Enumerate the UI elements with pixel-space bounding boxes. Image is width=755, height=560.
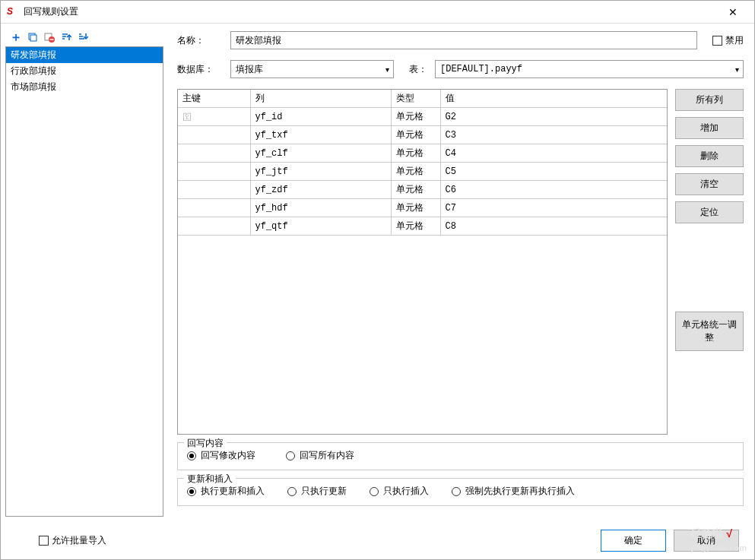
val-cell[interactable]: C8 (440, 217, 667, 236)
delete-row-button[interactable]: 删除 (675, 145, 744, 167)
col-cell[interactable]: yf_qtf (250, 217, 391, 236)
cancel-button[interactable]: 取消 (674, 530, 739, 552)
table-row[interactable]: yf_txf单元格C3 (178, 126, 667, 144)
table-row[interactable]: yf_hdf单元格C7 (178, 199, 667, 217)
key-cell[interactable] (178, 217, 250, 236)
name-label: 名称： (177, 34, 223, 47)
key-icon: ⚿ (182, 112, 192, 122)
table-row[interactable]: ⚿yf_id单元格G2 (178, 108, 667, 126)
name-row: 名称： 禁用 (177, 31, 744, 49)
update-insert-fieldset: 更新和插入 执行更新和插入 只执行更新 只执行插入 (177, 478, 744, 506)
val-cell[interactable]: C5 (440, 163, 667, 181)
key-cell[interactable] (178, 144, 250, 163)
val-cell[interactable]: G2 (440, 108, 667, 126)
type-cell[interactable]: 单元格 (391, 217, 440, 236)
add-row-button[interactable]: 增加 (675, 117, 744, 139)
key-cell[interactable] (178, 126, 250, 144)
db-row: 数据库： ▾ 表： ▾ (177, 60, 744, 78)
col-cell[interactable]: yf_clf (250, 144, 391, 163)
th-col[interactable]: 列 (250, 90, 391, 108)
col-cell[interactable]: yf_jtf (250, 163, 391, 181)
cell-adjust-button[interactable]: 单元格统一调整 (675, 312, 744, 351)
writeback-fieldset: 回写内容 回写修改内容 回写所有内容 (177, 442, 744, 470)
force-update-insert-radio[interactable]: 强制先执行更新再执行插入 (452, 485, 575, 498)
list-item[interactable]: 市场部填报 (6, 79, 163, 95)
table-row[interactable]: yf_zdf单元格C6 (178, 181, 667, 199)
table-select[interactable]: ▾ (435, 60, 744, 78)
th-key[interactable]: 主键 (178, 90, 250, 108)
type-cell[interactable]: 单元格 (391, 126, 440, 144)
clear-button[interactable]: 清空 (675, 173, 744, 195)
right-panel: 名称： 禁用 数据库： ▾ 表： ▾ (171, 28, 750, 517)
table-area: 主键 列 类型 值 ⚿yf_id单元格G2yf_txf单元格C3yf_clf单元… (177, 89, 744, 435)
all-columns-button[interactable]: 所有列 (675, 89, 744, 111)
update-insert-legend: 更新和插入 (184, 473, 236, 486)
insert-only-radio[interactable]: 只执行插入 (370, 485, 429, 498)
batch-import-checkbox[interactable]: 允许批量导入 (39, 534, 106, 547)
table-row[interactable]: yf_clf单元格C4 (178, 144, 667, 163)
type-cell[interactable]: 单元格 (391, 144, 440, 163)
update-only-radio[interactable]: 只执行更新 (287, 485, 347, 498)
writeback-all-radio[interactable]: 回写所有内容 (286, 449, 354, 462)
main-area: ＋ 研发部填报 行政部填报 市场部填报 (1, 24, 754, 521)
table-select-input[interactable] (435, 60, 744, 78)
val-cell[interactable]: C6 (440, 181, 667, 199)
db-select-input[interactable] (230, 60, 394, 78)
locate-button[interactable]: 定位 (675, 201, 744, 223)
val-cell[interactable]: C3 (440, 126, 667, 144)
left-panel: ＋ 研发部填报 行政部填报 市场部填报 (5, 28, 163, 517)
close-button[interactable]: ✕ (718, 2, 748, 23)
radio-icon (370, 487, 379, 496)
val-cell[interactable]: C4 (440, 144, 667, 163)
type-cell[interactable]: 单元格 (391, 108, 440, 126)
disabled-label: 禁用 (725, 34, 744, 47)
table-row[interactable]: yf_qtf单元格C8 (178, 217, 667, 236)
list-item[interactable]: 行政部填报 (6, 63, 163, 79)
radio-icon (187, 487, 196, 496)
writeback-modified-radio[interactable]: 回写修改内容 (187, 449, 255, 462)
rules-list[interactable]: 研发部填报 行政部填报 市场部填报 (5, 46, 163, 517)
th-val[interactable]: 值 (440, 90, 667, 108)
copy-rule-icon[interactable] (25, 30, 40, 45)
radio-label: 回写所有内容 (300, 449, 354, 462)
list-item[interactable]: 研发部填报 (6, 47, 163, 63)
key-cell[interactable] (178, 163, 250, 181)
table-row[interactable]: yf_jtf单元格C5 (178, 163, 667, 181)
val-cell[interactable]: C7 (440, 199, 667, 217)
key-cell[interactable] (178, 199, 250, 217)
side-buttons: 所有列 增加 删除 清空 定位 单元格统一调整 (675, 89, 744, 435)
bottom-bar: 允许批量导入 确定 取消 (1, 521, 754, 559)
disabled-checkbox[interactable]: 禁用 (712, 34, 744, 47)
col-cell[interactable]: yf_txf (250, 126, 391, 144)
add-rule-icon[interactable]: ＋ (8, 30, 24, 45)
type-cell[interactable]: 单元格 (391, 181, 440, 199)
checkbox-icon (712, 36, 722, 46)
svg-rect-4 (50, 39, 54, 40)
col-cell[interactable]: yf_hdf (250, 199, 391, 217)
radio-icon (452, 487, 461, 496)
radio-label: 只执行插入 (383, 485, 429, 498)
key-cell[interactable]: ⚿ (178, 108, 250, 126)
move-up-icon[interactable] (59, 30, 74, 45)
svg-rect-1 (30, 35, 36, 41)
name-input[interactable] (230, 31, 697, 49)
ok-button[interactable]: 确定 (601, 530, 666, 552)
table-label: 表： (409, 63, 427, 76)
key-cell[interactable] (178, 181, 250, 199)
radio-label: 强制先执行更新再执行插入 (465, 485, 575, 498)
radio-icon (287, 487, 297, 496)
type-cell[interactable]: 单元格 (391, 199, 440, 217)
writeback-legend: 回写内容 (184, 437, 227, 450)
type-cell[interactable]: 单元格 (391, 163, 440, 181)
radio-icon (286, 451, 295, 460)
th-type[interactable]: 类型 (391, 90, 440, 108)
update-insert-radio[interactable]: 执行更新和插入 (187, 485, 265, 498)
db-select[interactable]: ▾ (230, 60, 394, 78)
col-cell[interactable]: yf_id (250, 108, 391, 126)
columns-table[interactable]: 主键 列 类型 值 ⚿yf_id单元格G2yf_txf单元格C3yf_clf单元… (177, 89, 668, 435)
db-label: 数据库： (177, 63, 223, 76)
move-down-icon[interactable] (75, 30, 90, 45)
col-cell[interactable]: yf_zdf (250, 181, 391, 199)
radio-label: 执行更新和插入 (201, 485, 265, 498)
delete-rule-icon[interactable] (42, 30, 57, 45)
